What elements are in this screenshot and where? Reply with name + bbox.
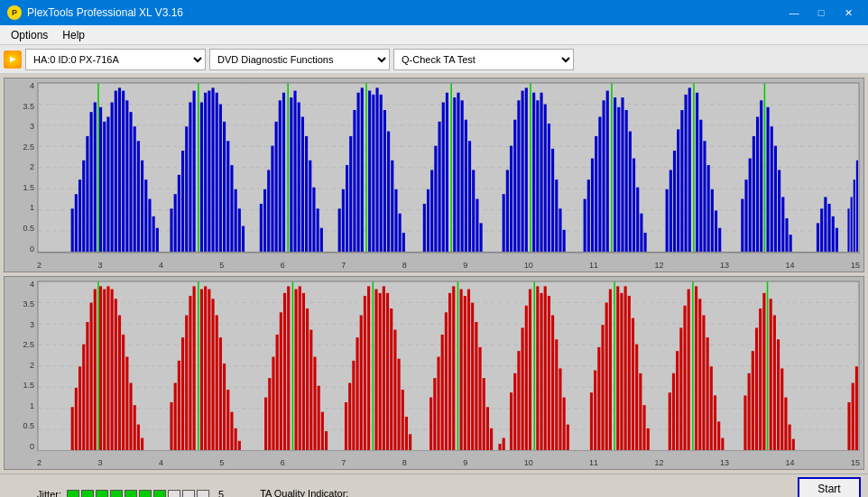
svg-rect-337 [780,368,783,450]
svg-rect-47 [223,122,226,253]
maximize-button[interactable]: □ [808,4,834,22]
svg-rect-141 [677,129,679,252]
svg-rect-85 [394,189,397,253]
svg-rect-320 [698,299,701,450]
svg-rect-256 [393,329,396,450]
svg-rect-193 [94,289,97,450]
svg-rect-97 [457,93,459,253]
jitter-value: 5 [218,489,224,498]
svg-rect-298 [597,346,600,450]
svg-rect-86 [399,214,402,253]
svg-rect-247 [360,315,363,450]
svg-rect-270 [464,296,466,450]
svg-rect-167 [817,223,819,252]
svg-rect-139 [669,170,672,252]
svg-rect-289 [544,286,547,450]
menu-options[interactable]: Options [4,27,55,43]
svg-rect-65 [305,136,308,253]
svg-rect-98 [461,100,464,252]
svg-rect-227 [268,378,271,450]
svg-rect-28 [141,161,143,253]
svg-rect-135 [636,188,639,253]
svg-rect-148 [703,141,706,252]
svg-rect-220 [219,337,222,450]
svg-rect-164 [781,197,784,252]
svg-rect-115 [544,105,547,253]
svg-rect-38 [189,102,191,252]
svg-rect-140 [673,151,676,253]
svg-rect-142 [680,110,683,253]
svg-rect-19 [106,117,109,253]
jitter-led-1 [67,490,79,498]
svg-rect-31 [152,216,155,253]
svg-rect-149 [707,165,710,252]
svg-rect-206 [141,437,143,450]
drive-select[interactable]: HA:0 ID:0 PX-716A [25,49,206,70]
svg-rect-103 [480,223,483,252]
test-select[interactable]: Q-Check TA Test [393,49,574,70]
svg-rect-210 [181,337,184,450]
svg-rect-44 [211,87,214,252]
svg-rect-196 [103,289,106,450]
svg-rect-93 [442,102,445,252]
bottom-chart-container: 4 3.5 3 2.5 2 1.5 1 0.5 0 [4,276,864,471]
svg-rect-309 [639,373,642,450]
minimize-button[interactable]: — [781,4,807,22]
svg-rect-99 [465,120,467,253]
svg-rect-160 [766,107,769,253]
svg-rect-112 [532,93,535,253]
svg-rect-168 [820,208,823,252]
svg-rect-257 [398,358,401,450]
svg-rect-88 [423,204,426,253]
drive-icon: ▶ [4,51,22,69]
svg-rect-63 [298,102,300,252]
svg-rect-322 [706,337,709,450]
svg-rect-11 [78,179,81,252]
svg-rect-263 [437,356,439,450]
bottom-chart-svg [38,281,859,451]
svg-rect-51 [238,208,241,252]
toolbar: ▶ HA:0 ID:0 PX-716A DVD Diagnostic Funct… [0,45,868,74]
bottom-chart-y-axis: 4 3.5 3 2.5 2 1.5 1 0.5 0 [6,281,37,452]
svg-rect-96 [453,97,456,252]
svg-rect-174 [851,197,853,252]
svg-rect-230 [280,312,282,450]
close-button[interactable]: ✕ [836,4,861,22]
start-button[interactable]: Start [798,477,861,498]
function-select[interactable]: DVD Diagnostic Functions [209,49,390,70]
svg-rect-53 [260,204,263,253]
svg-rect-211 [185,315,188,450]
svg-rect-69 [320,228,323,253]
svg-rect-161 [771,126,773,252]
svg-rect-306 [628,296,631,450]
svg-rect-87 [402,233,405,252]
svg-rect-313 [672,373,675,450]
svg-rect-94 [446,93,448,253]
svg-rect-261 [429,397,432,450]
svg-rect-57 [275,122,278,253]
svg-rect-338 [784,397,787,450]
svg-rect-299 [601,325,604,450]
bottom-chart-area [37,281,860,452]
jitter-led-2 [81,490,94,498]
svg-rect-23 [122,91,125,253]
svg-rect-288 [540,292,542,450]
svg-rect-187 [71,407,74,450]
menu-help[interactable]: Help [55,27,92,43]
svg-rect-146 [696,93,698,253]
svg-rect-130 [617,107,620,253]
svg-rect-156 [753,136,755,253]
svg-rect-224 [235,428,237,450]
svg-rect-91 [434,146,437,253]
svg-rect-300 [605,302,608,450]
svg-rect-225 [238,440,241,450]
svg-rect-147 [699,120,702,253]
svg-rect-123 [591,159,594,253]
svg-rect-343 [855,366,858,450]
svg-rect-56 [271,146,273,253]
svg-rect-223 [230,411,233,450]
svg-rect-254 [386,292,389,450]
svg-rect-255 [390,308,392,451]
svg-rect-35 [178,175,180,253]
svg-rect-273 [475,322,477,451]
